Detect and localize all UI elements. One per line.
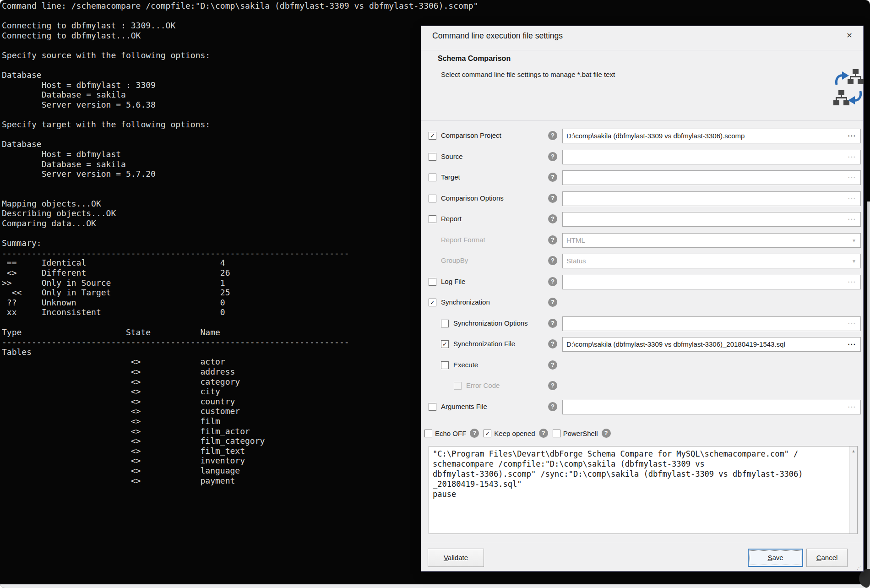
comparison-project-input[interactable]: D:\comp\sakila (dbfmylast-3309 vs dbfmyl… — [562, 129, 861, 143]
source-input[interactable]: ... — [562, 150, 861, 164]
target-checkbox[interactable] — [429, 174, 436, 181]
help-icon[interactable]: ? — [548, 381, 557, 390]
execute-label: Execute — [453, 361, 478, 369]
option-keep-opened: ✓Keep opened? — [484, 429, 548, 438]
chevron-down-icon: ▼ — [852, 259, 856, 264]
source-label: Source — [441, 152, 463, 160]
option-echo-off: Echo OFF? — [424, 429, 479, 438]
help-icon[interactable]: ? — [548, 339, 557, 348]
error-code-label: Error Code — [466, 381, 500, 389]
browse-button[interactable]: ... — [848, 276, 856, 284]
row-source: Source?... — [421, 150, 863, 164]
validate-button[interactable]: Validate — [428, 549, 484, 567]
groupby-select: Status▼ — [562, 254, 861, 268]
keep-opened-checkbox[interactable]: ✓ — [484, 430, 491, 437]
powershell-checkbox[interactable] — [553, 430, 560, 437]
synchronization-label: Synchronization — [441, 298, 490, 306]
close-icon[interactable]: ✕ — [844, 30, 855, 41]
help-icon[interactable]: ? — [548, 277, 557, 286]
help-icon[interactable]: ? — [548, 235, 557, 245]
terminal-output: Command line: /schemacompare /compfile:"… — [2, 1, 478, 485]
comparison-options-label: Comparison Options — [441, 194, 504, 202]
arguments-file-checkbox[interactable] — [429, 403, 436, 411]
browse-button[interactable]: ... — [848, 151, 856, 159]
synchronization-file-input[interactable]: D:\comp\sakila (dbfmylast-3309 vs dbfmyl… — [562, 337, 861, 352]
report-format-select: HTML▼ — [562, 233, 861, 248]
browse-button[interactable]: ... — [848, 318, 856, 326]
echo-off-label: Echo OFF — [435, 430, 466, 437]
bat-text-box[interactable]: "C:\Program Files\Devart\dbForge Schema … — [429, 446, 858, 534]
synchronization-options-checkbox[interactable] — [441, 320, 449, 327]
keep-opened-label: Keep opened — [494, 430, 535, 437]
field-value: D:\comp\sakila (dbfmylast-3309 vs dbfmyl… — [566, 340, 785, 348]
field-value: HTML — [566, 236, 585, 244]
error-code-checkbox — [454, 382, 462, 390]
row-log-file: Log File?... — [421, 275, 863, 289]
field-value: Status — [566, 257, 586, 265]
target-label: Target — [441, 173, 460, 181]
browse-button[interactable]: ... — [848, 172, 856, 180]
help-icon[interactable]: ? — [548, 152, 557, 161]
log-file-label: Log File — [441, 278, 465, 285]
row-groupby: GroupBy?Status▼ — [421, 254, 863, 268]
source-checkbox[interactable] — [429, 153, 436, 161]
browse-button[interactable]: ... — [848, 130, 856, 138]
browse-button[interactable]: ... — [848, 193, 856, 201]
row-execute: Execute? — [421, 358, 863, 373]
report-checkbox[interactable] — [429, 215, 436, 223]
row-arguments-file: Arguments File?... — [421, 400, 863, 414]
row-comparison-options: Comparison Options?... — [421, 191, 863, 206]
resize-grip-icon[interactable]: ⋰ — [857, 565, 862, 570]
help-icon[interactable]: ? — [548, 131, 557, 140]
synchronization-file-checkbox[interactable]: ✓ — [441, 340, 449, 348]
browse-button[interactable]: ... — [848, 338, 856, 346]
footer-separator — [421, 542, 863, 542]
report-label: Report — [441, 215, 462, 223]
row-report: Report?... — [421, 212, 863, 227]
scrollbar[interactable]: ▲ — [849, 446, 857, 534]
help-icon[interactable]: ? — [548, 319, 557, 328]
target-input[interactable]: ... — [562, 170, 861, 185]
browse-button[interactable]: ... — [848, 401, 856, 409]
help-icon[interactable]: ? — [548, 194, 557, 203]
execute-checkbox[interactable] — [441, 361, 449, 369]
row-target: Target?... — [421, 170, 863, 185]
row-error-code: Error Code? — [421, 379, 863, 393]
comparison-project-checkbox[interactable]: ✓ — [429, 132, 436, 140]
synchronization-file-label: Synchronization File — [453, 340, 515, 348]
scroll-up-icon[interactable]: ▲ — [850, 446, 857, 453]
browse-button[interactable]: ... — [848, 213, 856, 221]
title-separator — [421, 50, 863, 50]
window-edge-right — [867, 201, 870, 588]
chevron-down-icon: ▼ — [852, 238, 856, 243]
groupby-label: GroupBy — [441, 256, 468, 264]
help-icon[interactable]: ? — [548, 173, 557, 182]
comparison-options-checkbox[interactable] — [429, 195, 436, 202]
log-file-input[interactable]: ... — [562, 275, 861, 289]
echo-off-checkbox[interactable] — [424, 430, 432, 437]
row-synchronization: ✓Synchronization? — [421, 295, 863, 310]
help-icon[interactable]: ? — [548, 214, 557, 223]
report-input[interactable]: ... — [562, 212, 861, 227]
help-icon[interactable]: ? — [470, 429, 479, 438]
section-title: Schema Comparison — [438, 54, 511, 63]
comparison-options-input[interactable]: ... — [562, 191, 861, 206]
synchronization-checkbox[interactable]: ✓ — [429, 299, 436, 306]
help-icon[interactable]: ? — [548, 256, 557, 265]
report-format-label: Report Format — [441, 236, 485, 244]
help-icon[interactable]: ? — [548, 402, 557, 411]
log-file-checkbox[interactable] — [429, 278, 436, 286]
bat-text[interactable]: "C:\Program Files\Devart\dbForge Schema … — [433, 449, 847, 532]
cancel-button[interactable]: Cancel — [806, 549, 848, 567]
row-synchronization-file: ✓Synchronization File?D:\comp\sakila (db… — [421, 337, 863, 352]
screenshot-frame: Command line: /schemacompare /compfile:"… — [0, 0, 870, 588]
bat-options-row: Echo OFF?✓Keep opened?PowerShell? — [424, 426, 611, 441]
help-icon[interactable]: ? — [602, 429, 611, 438]
help-icon[interactable]: ? — [548, 298, 557, 307]
synchronization-options-input[interactable]: ... — [562, 316, 861, 331]
arguments-file-input[interactable]: ... — [562, 400, 861, 414]
save-button[interactable]: Save — [748, 549, 803, 567]
help-icon[interactable]: ? — [539, 429, 548, 438]
command-line-settings-dialog: Command line execution file settings ✕ S… — [421, 26, 864, 572]
help-icon[interactable]: ? — [548, 360, 557, 370]
